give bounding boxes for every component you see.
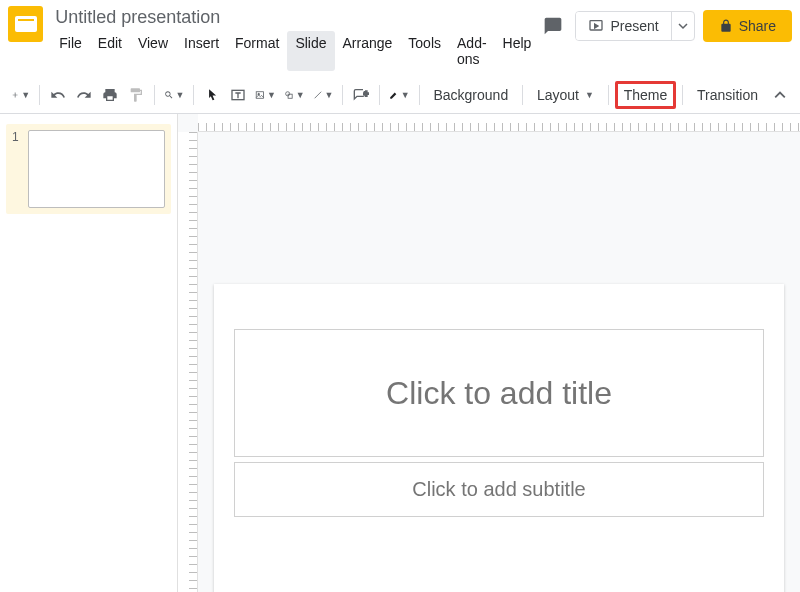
svg-rect-2 (256, 92, 263, 99)
menubar: File Edit View Insert Format Slide Arran… (51, 31, 539, 71)
textbox-icon (230, 87, 246, 103)
paint-roller-icon (128, 87, 144, 103)
app-logo[interactable] (8, 6, 43, 42)
slide-thumbnail[interactable]: 1 (6, 124, 171, 214)
cursor-icon (205, 88, 219, 102)
ruler-vertical (178, 132, 198, 592)
select-tool[interactable] (200, 81, 224, 109)
redo-button[interactable] (72, 81, 96, 109)
document-title[interactable]: Untitled presentation (51, 6, 539, 29)
menu-file[interactable]: File (51, 31, 90, 71)
menu-edit[interactable]: Edit (90, 31, 130, 71)
chevron-down-icon: ▼ (585, 90, 594, 100)
background-button[interactable]: Background (425, 81, 516, 109)
chevron-down-icon: ▼ (21, 90, 30, 100)
paint-format-button[interactable] (124, 81, 148, 109)
menu-tools[interactable]: Tools (400, 31, 449, 71)
undo-icon (50, 87, 66, 103)
share-button[interactable]: Share (703, 10, 792, 42)
pen-tool[interactable]: ▼ (386, 81, 413, 109)
plus-icon (11, 88, 19, 102)
chevron-up-icon (774, 89, 786, 101)
image-tool[interactable]: ▼ (252, 81, 279, 109)
comments-button[interactable] (539, 12, 567, 40)
subtitle-placeholder-box[interactable]: Click to add subtitle (234, 462, 764, 517)
line-tool[interactable]: ▼ (310, 81, 337, 109)
line-icon (313, 87, 323, 103)
image-icon (255, 87, 265, 103)
undo-button[interactable] (46, 81, 70, 109)
title-placeholder-text: Click to add title (386, 375, 612, 412)
layout-label: Layout (537, 87, 579, 103)
menu-insert[interactable]: Insert (176, 31, 227, 71)
lock-icon (719, 19, 733, 33)
chevron-down-icon: ▼ (267, 90, 276, 100)
new-slide-button[interactable]: ▼ (8, 81, 33, 109)
collapse-toolbar-button[interactable] (768, 81, 792, 109)
transition-button[interactable]: Transition (689, 81, 766, 109)
slides-panel[interactable]: 1 (0, 114, 178, 592)
title-placeholder-box[interactable]: Click to add title (234, 329, 764, 457)
ruler-horizontal (198, 114, 800, 132)
theme-button[interactable]: Theme (615, 81, 677, 109)
print-icon (102, 87, 118, 103)
chevron-down-icon: ▼ (325, 90, 334, 100)
share-label: Share (739, 18, 776, 34)
menu-format[interactable]: Format (227, 31, 287, 71)
toolbar: ▼ ▼ ▼ ▼ ▼ ▼ Background (0, 77, 800, 114)
shape-icon (284, 87, 294, 103)
menu-help[interactable]: Help (495, 31, 540, 71)
add-comment-icon (353, 87, 369, 103)
comment-tool[interactable] (349, 81, 373, 109)
subtitle-placeholder-text: Click to add subtitle (412, 478, 585, 501)
menu-view[interactable]: View (130, 31, 176, 71)
slide-canvas[interactable]: Click to add title Click to add subtitle (214, 284, 784, 592)
zoom-icon (164, 87, 174, 103)
canvas-area[interactable]: Click to add title Click to add subtitle (178, 114, 800, 592)
present-icon (588, 18, 604, 34)
redo-icon (76, 87, 92, 103)
chevron-down-icon (678, 21, 688, 31)
slide-number: 1 (12, 130, 24, 144)
layout-button[interactable]: Layout ▼ (529, 81, 602, 109)
chevron-down-icon: ▼ (296, 90, 305, 100)
comment-icon (543, 16, 563, 36)
menu-addons[interactable]: Add-ons (449, 31, 495, 71)
shape-tool[interactable]: ▼ (281, 81, 308, 109)
present-dropdown[interactable] (671, 12, 694, 40)
print-button[interactable] (98, 81, 122, 109)
menu-slide[interactable]: Slide (287, 31, 334, 71)
pen-icon (389, 87, 399, 103)
chevron-down-icon: ▼ (401, 90, 410, 100)
zoom-button[interactable]: ▼ (161, 81, 188, 109)
chevron-down-icon: ▼ (176, 90, 185, 100)
present-button[interactable]: Present (576, 12, 670, 40)
textbox-tool[interactable] (226, 81, 250, 109)
present-label: Present (610, 18, 658, 34)
svg-rect-5 (288, 94, 292, 98)
menu-arrange[interactable]: Arrange (335, 31, 401, 71)
slide-preview[interactable] (28, 130, 165, 208)
